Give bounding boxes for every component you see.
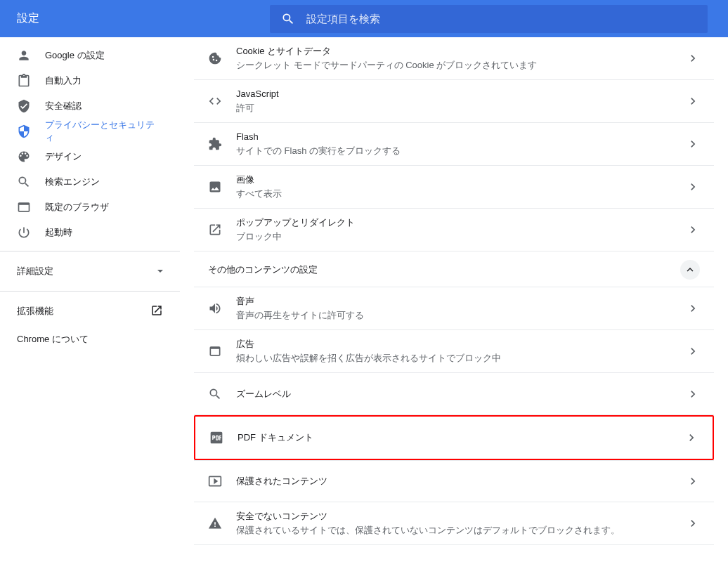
sidebar-item-autofill[interactable]: 自動入力 xyxy=(0,68,180,93)
chevron-up-icon xyxy=(684,263,696,276)
chevron-right-icon xyxy=(686,344,700,358)
chevron-right-icon xyxy=(686,474,700,488)
chevron-right-icon xyxy=(686,223,700,237)
setting-subtitle: 許可 xyxy=(236,101,686,115)
setting-subtitle: すべて表示 xyxy=(236,187,686,201)
setting-popups[interactable]: ポップアップとリダイレクト ブロック中 xyxy=(194,209,714,251)
sidebar-item-safety[interactable]: 安全確認 xyxy=(0,93,180,119)
chevron-right-icon xyxy=(686,51,700,65)
setting-title: 音声 xyxy=(236,294,686,308)
sidebar-advanced[interactable]: 詳細設定 xyxy=(0,257,180,285)
palette-icon xyxy=(17,150,31,164)
magnify-icon xyxy=(17,175,31,189)
main-content: Cookie とサイトデータ シークレット モードでサードパーティの Cooki… xyxy=(180,37,728,562)
setting-title: JavaScript xyxy=(236,87,686,101)
setting-title: 安全でないコンテンツ xyxy=(236,509,686,523)
window-icon xyxy=(208,344,222,358)
sidebar-item-design[interactable]: デザイン xyxy=(0,144,180,169)
sidebar-item-search-engine[interactable]: 検索エンジン xyxy=(0,169,180,195)
shield-icon xyxy=(17,124,31,138)
setting-subtitle: 煩わしい広告や誤解を招く広告が表示されるサイトでブロック中 xyxy=(236,351,686,365)
setting-pdf[interactable]: PDF ドキュメント xyxy=(195,417,713,459)
sidebar-label: 起動時 xyxy=(45,226,72,239)
header-title: 設定 xyxy=(17,11,270,26)
setting-subtitle: サイトでの Flash の実行をブロックする xyxy=(236,144,686,158)
setting-audio[interactable]: 音声 音声の再生をサイトに許可する xyxy=(194,287,714,330)
search-bar[interactable] xyxy=(270,5,708,33)
volume-icon xyxy=(208,301,222,315)
setting-javascript[interactable]: JavaScript 許可 xyxy=(194,80,714,123)
shield-check-icon xyxy=(17,99,31,113)
sidebar-label: 自動入力 xyxy=(45,74,82,87)
sidebar-separator xyxy=(0,251,180,251)
header: 設定 xyxy=(0,0,728,37)
sidebar-label: 検索エンジン xyxy=(45,176,100,188)
warning-icon xyxy=(208,516,222,530)
chevron-right-icon xyxy=(686,94,700,108)
image-icon xyxy=(208,180,222,194)
power-icon xyxy=(17,226,31,240)
person-icon xyxy=(17,48,31,63)
sidebar-extensions[interactable]: 拡張機能 xyxy=(0,297,180,325)
about-label: Chrome について xyxy=(17,333,89,346)
browser-icon xyxy=(17,200,31,214)
sidebar-item-google[interactable]: Google の設定 xyxy=(0,43,180,68)
setting-protected[interactable]: 保護されたコンテンツ xyxy=(194,460,714,502)
setting-subtitle: 保護されているサイトでは、保護されていないコンテンツはデフォルトでブロックされま… xyxy=(236,523,686,537)
sidebar-label: デザイン xyxy=(45,150,82,163)
extensions-label: 拡張機能 xyxy=(17,305,53,318)
setting-subtitle: ブロック中 xyxy=(236,230,686,244)
section-header-label: その他のコンテンツの設定 xyxy=(208,263,318,276)
setting-title: Cookie とサイトデータ xyxy=(236,44,686,58)
sidebar-item-default-browser[interactable]: 既定のブラウザ xyxy=(0,195,180,220)
setting-images[interactable]: 画像 すべて表示 xyxy=(194,166,714,209)
setting-cookies[interactable]: Cookie とサイトデータ シークレット モードでサードパーティの Cooki… xyxy=(194,37,714,80)
setting-subtitle: 音声の再生をサイトに許可する xyxy=(236,308,686,322)
collapse-button[interactable] xyxy=(680,260,700,280)
popup-icon xyxy=(208,223,222,237)
setting-title: ポップアップとリダイレクト xyxy=(236,216,686,230)
chevron-down-icon xyxy=(157,270,163,273)
setting-title: 広告 xyxy=(236,337,686,351)
chevron-right-icon xyxy=(686,180,700,194)
sidebar-item-startup[interactable]: 起動時 xyxy=(0,220,180,245)
setting-zoom[interactable]: ズームレベル xyxy=(194,373,714,415)
advanced-label: 詳細設定 xyxy=(17,265,53,277)
setting-title: 保護されたコンテンツ xyxy=(236,474,686,488)
setting-flash[interactable]: Flash サイトでの Flash の実行をブロックする xyxy=(194,123,714,166)
chevron-right-icon xyxy=(684,431,698,445)
section-header-other: その他のコンテンツの設定 xyxy=(194,251,714,287)
setting-title: ズームレベル xyxy=(236,387,686,401)
chevron-right-icon xyxy=(686,516,700,530)
setting-title: 画像 xyxy=(236,173,686,187)
setting-title: Flash xyxy=(236,130,686,144)
sidebar-about[interactable]: Chrome について xyxy=(0,325,180,353)
sidebar-label: Google の設定 xyxy=(45,49,105,62)
search-input[interactable] xyxy=(306,13,696,25)
pdf-icon xyxy=(209,431,223,445)
sidebar-item-privacy[interactable]: プライバシーとセキュリティ xyxy=(0,119,180,144)
setting-ads[interactable]: 広告 煩わしい広告や誤解を招く広告が表示されるサイトでブロック中 xyxy=(194,330,714,373)
sidebar-label: プライバシーとセキュリティ xyxy=(45,119,163,144)
sidebar: Google の設定 自動入力 安全確認 プライバシーとセキュリティ デザイン … xyxy=(0,37,180,562)
plugin-icon xyxy=(208,137,222,151)
setting-title: PDF ドキュメント xyxy=(238,431,684,445)
chevron-right-icon xyxy=(686,301,700,315)
search-icon xyxy=(281,12,295,26)
highlight-box: PDF ドキュメント xyxy=(194,415,714,460)
code-icon xyxy=(208,94,222,108)
chevron-right-icon xyxy=(686,137,700,151)
external-link-icon xyxy=(150,304,163,319)
setting-unsafe[interactable]: 安全でないコンテンツ 保護されているサイトでは、保護されていないコンテンツはデフ… xyxy=(194,502,714,545)
magnify-icon xyxy=(208,387,222,401)
setting-subtitle: シークレット モードでサードパーティの Cookie がブロックされています xyxy=(236,58,686,72)
cookie-icon xyxy=(208,51,222,65)
protected-icon xyxy=(208,474,222,488)
sidebar-separator xyxy=(0,291,180,292)
sidebar-label: 安全確認 xyxy=(45,100,82,112)
chevron-right-icon xyxy=(686,387,700,401)
sidebar-label: 既定のブラウザ xyxy=(45,201,109,214)
clipboard-icon xyxy=(17,74,31,88)
